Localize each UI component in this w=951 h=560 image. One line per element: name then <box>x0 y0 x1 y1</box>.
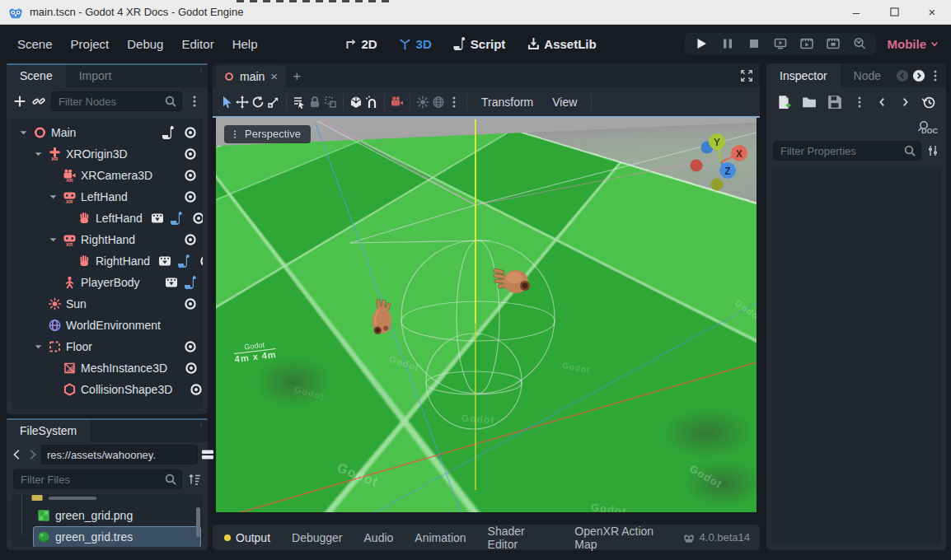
dock-menu-icon[interactable] <box>929 69 942 82</box>
tab-output[interactable]: Output <box>223 531 281 544</box>
orientation-gizmo[interactable]: Y X Z <box>688 129 754 198</box>
rotate-tool-button[interactable] <box>251 96 265 109</box>
visibility-eye-icon[interactable] <box>183 190 198 203</box>
script-white-badge-icon[interactable] <box>162 126 175 139</box>
run-target-dropdown[interactable]: Mobile <box>888 37 940 51</box>
play-scene-button[interactable] <box>800 37 813 50</box>
script-blue-badge-icon[interactable] <box>184 276 197 289</box>
scene-tree-row[interactable]: Main <box>16 122 201 143</box>
collapse-chevron-icon[interactable] <box>33 320 44 330</box>
workspace-assetlib-button[interactable]: AssetLib <box>520 33 602 55</box>
snap-magnet-button[interactable] <box>365 96 378 109</box>
scale-tool-button[interactable] <box>267 96 280 109</box>
close-button[interactable]: × <box>913 0 951 24</box>
add-node-button[interactable] <box>13 95 26 108</box>
3d-viewport[interactable]: Perspective Y X Z Godot 4m x 4m GodotGod… <box>216 118 757 512</box>
tab-scroll-right-icon[interactable] <box>912 69 925 82</box>
resource-options-icon[interactable] <box>853 96 866 109</box>
movie-badge-icon[interactable] <box>151 212 164 225</box>
filter-files-input[interactable] <box>13 469 182 489</box>
visibility-eye-icon[interactable] <box>191 212 203 225</box>
menu-debug[interactable]: Debug <box>118 32 172 56</box>
visibility-eye-icon[interactable] <box>199 254 203 268</box>
tab-scene[interactable]: Scene <box>7 63 66 87</box>
menu-editor[interactable]: Editor <box>172 32 223 56</box>
remote-debug-button[interactable] <box>774 37 787 50</box>
file-row[interactable]: green_grid.png <box>33 505 201 526</box>
scene-tree-row[interactable]: XR XROrigin3D <box>16 143 201 165</box>
new-resource-button[interactable] <box>776 95 791 110</box>
history-icon[interactable] <box>921 95 936 110</box>
perspective-menu[interactable]: Perspective <box>224 125 311 143</box>
scene-tree-row[interactable]: CollisionShape3D <box>16 379 201 400</box>
scene-tree-row[interactable]: XR LeftHand <box>16 186 201 208</box>
history-forward-icon[interactable] <box>899 96 911 108</box>
collapse-chevron-icon[interactable] <box>63 256 73 266</box>
scene-tree-row[interactable]: Sun <box>16 293 201 315</box>
history-back-icon[interactable] <box>877 96 888 108</box>
visibility-eye-icon[interactable] <box>183 147 198 161</box>
environment-toggle-button[interactable] <box>432 96 445 109</box>
visibility-eye-icon[interactable] <box>183 233 198 246</box>
gizmo-neg-x-ball[interactable] <box>691 160 703 172</box>
filter-properties-input[interactable] <box>773 141 921 161</box>
scene-tree-row[interactable]: LeftHand <box>16 208 201 229</box>
new-scene-tab-button[interactable]: + <box>286 65 307 87</box>
group-node-button[interactable] <box>324 96 337 109</box>
tab-filesystem[interactable]: FileSystem <box>7 418 90 442</box>
scene-tree-row[interactable]: XR XRCamera3D <box>16 165 201 186</box>
tab-openxr-action-map[interactable]: OpenXR Action Map <box>564 525 682 551</box>
scene-tree-row[interactable]: Floor <box>16 336 201 357</box>
collapse-chevron-icon[interactable] <box>63 213 73 223</box>
nav-forward-icon[interactable] <box>26 449 38 460</box>
tab-audio[interactable]: Audio <box>354 531 405 544</box>
list-select-button[interactable] <box>293 96 306 109</box>
collapse-chevron-icon[interactable] <box>33 149 44 159</box>
filter-nodes-input[interactable] <box>51 91 182 111</box>
script-blue-badge-icon[interactable] <box>170 212 183 225</box>
collapse-chevron-icon[interactable] <box>33 299 44 309</box>
visibility-eye-icon[interactable] <box>183 126 198 139</box>
visibility-eye-icon[interactable] <box>183 340 198 353</box>
collapse-chevron-icon[interactable] <box>48 170 59 180</box>
tab-debugger[interactable]: Debugger <box>281 531 354 544</box>
load-resource-button[interactable] <box>802 95 817 110</box>
tab-inspector[interactable]: Inspector <box>766 63 841 87</box>
gizmo-neg-y-ball[interactable] <box>711 179 724 191</box>
split-view-icon[interactable] <box>201 448 214 461</box>
scene-tree-row[interactable]: MeshInstance3D <box>16 357 201 379</box>
pause-button[interactable] <box>721 37 734 50</box>
scene-tab-main[interactable]: main × <box>216 65 286 87</box>
tab-import[interactable]: Import <box>66 63 125 87</box>
tab-animation[interactable]: Animation <box>404 531 476 544</box>
instance-scene-button[interactable] <box>32 95 45 108</box>
clipped-file-row[interactable] <box>26 494 201 505</box>
stop-button[interactable] <box>747 37 761 50</box>
visibility-eye-icon[interactable] <box>183 169 198 182</box>
path-breadcrumb-input[interactable] <box>41 445 198 464</box>
menu-help[interactable]: Help <box>223 32 267 56</box>
visibility-eye-icon[interactable] <box>183 297 198 310</box>
collapse-chevron-icon[interactable] <box>48 192 59 202</box>
scene-tree-row[interactable]: PlayerBody <box>16 272 201 293</box>
file-list-scrollbar[interactable] <box>196 507 200 537</box>
collapse-chevron-icon[interactable] <box>18 128 29 138</box>
property-tools-icon[interactable] <box>926 144 939 157</box>
lock-node-button[interactable] <box>308 96 321 109</box>
collapse-chevron-icon[interactable] <box>48 385 59 394</box>
save-resource-button[interactable] <box>827 95 842 110</box>
script-blue-badge-icon[interactable] <box>177 254 190 268</box>
transform-menu[interactable]: Transform <box>473 96 541 109</box>
sun-toggle-button[interactable] <box>416 96 429 109</box>
expand-viewport-icon[interactable] <box>740 69 753 82</box>
sort-files-icon[interactable] <box>188 473 201 486</box>
workspace-script-button[interactable]: Script <box>447 33 513 55</box>
nav-back-icon[interactable] <box>12 449 23 460</box>
tab-node[interactable]: Node <box>841 63 894 87</box>
workspace-2d-button[interactable]: 2D <box>337 33 383 55</box>
snap-toggle-button[interactable] <box>349 96 363 109</box>
minimize-button[interactable]: – <box>837 0 875 24</box>
movie-badge-icon[interactable] <box>165 276 178 289</box>
dock-menu-icon[interactable] <box>194 63 208 77</box>
scene-tree-row[interactable]: RightHand <box>16 250 201 272</box>
